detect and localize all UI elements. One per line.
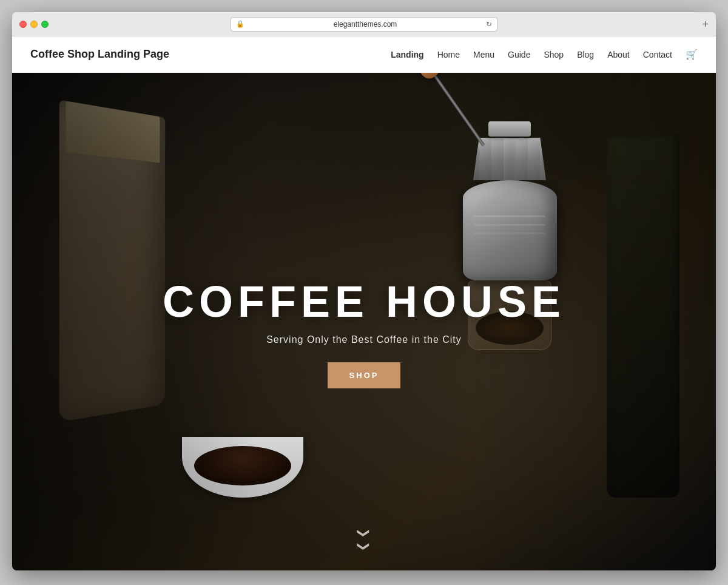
site-nav: Landing Home Menu Guide Shop Blog About … [391,49,698,60]
maximize-button[interactable] [41,21,49,28]
hero-cta-button[interactable]: SHOP [328,362,401,388]
traffic-lights [19,21,49,28]
nav-about[interactable]: About [607,50,630,59]
nav-home[interactable]: Home [437,50,460,59]
browser-window: 🔒 elegantthemes.com ↻ + Coffee Shop Land… [12,12,716,570]
nav-contact[interactable]: Contact [643,50,672,59]
hero-subtitle: Serving Only the Best Coffee in the City [163,334,565,345]
nav-blog[interactable]: Blog [577,50,594,59]
scroll-indicator[interactable]: ❯ ❯ [359,527,369,552]
browser-titlebar: 🔒 elegantthemes.com ↻ + [12,12,716,36]
cart-icon[interactable]: 🛒 [686,49,698,60]
website-content: Coffee Shop Landing Page Landing Home Me… [12,36,716,570]
hero-content: COFFEE HOUSE Serving Only the Best Coffe… [163,280,565,388]
nav-menu[interactable]: Menu [473,50,494,59]
nav-guide[interactable]: Guide [508,50,530,59]
chevron-down-icon-2: ❯ [358,541,370,552]
reload-icon[interactable]: ↻ [486,20,492,29]
address-bar-container: 🔒 elegantthemes.com ↻ [231,17,497,32]
nav-shop[interactable]: Shop [544,50,564,59]
hero-title: COFFEE HOUSE [163,280,565,323]
new-tab-button[interactable]: + [702,19,709,30]
address-bar[interactable]: 🔒 elegantthemes.com ↻ [231,17,497,32]
site-header: Coffee Shop Landing Page Landing Home Me… [12,36,716,73]
minimize-button[interactable] [30,21,38,28]
chevron-down-icon: ❯ [358,528,370,538]
url-display: elegantthemes.com [248,20,482,29]
close-button[interactable] [19,21,27,28]
site-logo: Coffee Shop Landing Page [30,48,169,61]
security-lock-icon: 🔒 [236,20,244,28]
nav-landing[interactable]: Landing [391,50,423,59]
hero-section: COFFEE HOUSE Serving Only the Best Coffe… [12,73,716,570]
